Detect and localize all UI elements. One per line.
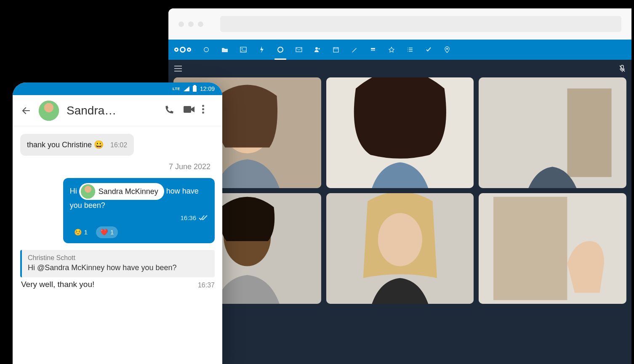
svg-rect-6	[333, 48, 338, 52]
video-tile[interactable]	[479, 193, 626, 304]
mention-chip[interactable]: Sandra McKinney	[79, 183, 164, 200]
tasks-list-icon[interactable]	[407, 46, 413, 53]
network-label: LTE	[173, 87, 180, 91]
photos-icon[interactable]	[240, 46, 247, 53]
app-nav	[203, 46, 450, 53]
message-time: 16:02	[110, 141, 127, 149]
reaction-count: 1	[110, 228, 114, 237]
message-reply: Christine Schott Hi @Sandra McKinney how…	[20, 250, 215, 289]
contact-avatar[interactable]	[39, 101, 59, 121]
video-grid	[168, 77, 631, 309]
quoted-message[interactable]: Christine Schott Hi @Sandra McKinney how…	[20, 250, 215, 277]
mention-name: Sandra McKinney	[99, 186, 158, 197]
call-topbar	[168, 60, 631, 77]
window-controls	[178, 21, 203, 27]
quoted-author: Christine Schott	[28, 254, 209, 262]
voice-call-icon[interactable]	[163, 105, 175, 117]
svg-rect-4	[296, 48, 302, 52]
svg-rect-24	[184, 106, 191, 113]
status-time: 12:09	[200, 85, 215, 92]
calendar-icon[interactable]	[333, 46, 339, 53]
app-header	[168, 40, 631, 60]
video-tile[interactable]	[326, 77, 474, 188]
files-icon[interactable]	[221, 46, 228, 53]
heart-emoji-icon: ❤️	[100, 228, 108, 237]
message-time: 16:36	[180, 213, 196, 223]
messages-list: thank you Christine 😀 16:02 7 June 2022 …	[13, 126, 222, 297]
svg-point-3	[278, 47, 283, 52]
mic-muted-icon[interactable]	[619, 65, 626, 72]
dashboard-icon[interactable]	[203, 46, 210, 53]
svg-point-21	[378, 213, 422, 266]
signal-icon	[184, 86, 189, 91]
window-minimize-icon[interactable]	[188, 21, 194, 27]
nextcloud-logo-icon[interactable]	[174, 47, 191, 53]
talk-icon[interactable]	[277, 46, 284, 53]
window-close-icon[interactable]	[178, 21, 184, 27]
video-call-icon[interactable]	[183, 105, 194, 117]
message-bubble[interactable]: Hi Sandra McKinney how have you been? 16…	[63, 178, 215, 244]
contacts-icon[interactable]	[314, 46, 321, 53]
svg-point-0	[204, 48, 209, 52]
phone-mockup: LTE 12:09 Sandra… thank you Christine 😀 …	[13, 82, 222, 364]
chat-header: Sandra…	[13, 95, 222, 126]
video-tile[interactable]	[326, 193, 474, 304]
deck-icon[interactable]	[370, 46, 376, 53]
sidebar-toggle-icon[interactable]	[174, 66, 182, 72]
chat-title[interactable]: Sandra…	[67, 104, 156, 117]
message-time: 16:37	[198, 282, 215, 289]
quoted-text: Hi @Sandra McKinney how have you been?	[28, 263, 209, 273]
phone-status-bar: LTE 12:09	[13, 82, 222, 95]
svg-rect-8	[371, 50, 375, 51]
message-text-prefix: Hi	[70, 186, 79, 195]
svg-point-9	[446, 48, 448, 50]
activity-icon[interactable]	[258, 46, 265, 53]
reactions: ☺️ 1 ❤️ 1	[70, 226, 208, 238]
video-call-area	[168, 60, 631, 364]
svg-point-2	[242, 48, 243, 50]
message-text: Very well, thank you!	[21, 280, 94, 289]
more-menu-icon[interactable]	[202, 105, 214, 117]
svg-point-5	[315, 47, 318, 50]
browser-chrome	[168, 8, 631, 40]
video-tile[interactable]	[479, 77, 626, 188]
reaction[interactable]: ☺️ 1	[70, 226, 92, 238]
mail-icon[interactable]	[296, 46, 302, 53]
mention-avatar	[81, 184, 95, 199]
cookbook-icon[interactable]	[388, 46, 395, 53]
reaction-count: 1	[84, 228, 88, 237]
message-outgoing: Hi Sandra McKinney how have you been? 16…	[20, 178, 215, 244]
svg-rect-16	[567, 88, 612, 177]
back-icon[interactable]	[21, 106, 31, 116]
date-separator: 7 June 2022	[20, 162, 215, 171]
notes-icon[interactable]	[351, 46, 358, 53]
message-text: thank you Christine	[27, 141, 94, 149]
reaction[interactable]: ❤️ 1	[96, 226, 118, 238]
window-maximize-icon[interactable]	[198, 21, 203, 27]
svg-rect-7	[371, 48, 375, 49]
message-incoming: thank you Christine 😀 16:02	[20, 134, 215, 156]
smile-emoji-icon: ☺️	[74, 228, 82, 237]
svg-rect-23	[493, 197, 567, 300]
battery-icon	[193, 86, 197, 92]
browser-window	[168, 8, 631, 364]
maps-icon[interactable]	[444, 46, 450, 53]
url-bar[interactable]	[220, 16, 621, 32]
grin-emoji-icon: 😀	[94, 140, 104, 149]
read-receipt-icon	[199, 215, 208, 221]
tasks-check-icon[interactable]	[425, 46, 432, 53]
message-bubble[interactable]: thank you Christine 😀 16:02	[20, 134, 134, 156]
